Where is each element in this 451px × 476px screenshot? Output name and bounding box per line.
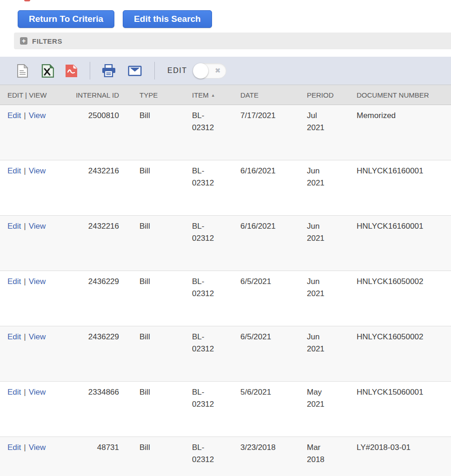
edit-link[interactable]: Edit [7, 388, 21, 397]
period-cell: Jun 2021 [307, 271, 357, 326]
period-cell: May 2021 [307, 382, 357, 436]
type-cell: Bill [119, 326, 192, 381]
link-separator: | [21, 277, 28, 286]
type-cell: Bill [119, 105, 192, 160]
link-separator: | [21, 222, 28, 231]
edit-view-cell: Edit|View [0, 271, 65, 326]
type-cell: Bill [119, 216, 192, 271]
sort-ascending-icon: ▲ [211, 93, 215, 98]
link-separator: | [21, 111, 28, 120]
date-cell: 7/17/2021 [240, 105, 307, 160]
date-cell: 6/16/2021 [240, 216, 307, 271]
edit-toggle[interactable]: ✖ [193, 63, 226, 79]
view-link[interactable]: View [29, 166, 46, 175]
return-to-criteria-button[interactable]: Return To Criteria [18, 10, 114, 28]
table-row: Edit|View 2432216 Bill BL-02312 6/16/202… [0, 160, 451, 216]
csv-export-icon[interactable] [17, 64, 28, 78]
edit-link[interactable]: Edit [7, 166, 21, 175]
period-cell: Jun 2021 [307, 160, 357, 215]
view-link[interactable]: View [29, 222, 46, 231]
expand-plus-icon[interactable]: + [20, 37, 27, 45]
document-number-cell: HNLYCK16160001 [357, 216, 451, 271]
item-cell: BL-02312 [192, 216, 240, 271]
item-cell: BL-02312 [192, 160, 240, 215]
document-number-cell: HNLYCK15060001 [357, 382, 451, 436]
edit-link[interactable]: Edit [7, 443, 21, 452]
pdf-export-icon[interactable] [65, 64, 78, 78]
type-cell: Bill [119, 271, 192, 326]
link-separator: | [21, 443, 28, 452]
table-row: Edit|View 48731 Bill BL-02312 3/23/2018 … [0, 437, 451, 476]
item-cell: BL-02312 [192, 437, 240, 476]
results-toolbar: EDIT ✖ [0, 57, 451, 85]
internal-id-cell: 2500810 [65, 105, 119, 160]
column-header-period[interactable]: PERIOD [307, 91, 357, 99]
table-row: Edit|View 2436229 Bill BL-02312 6/5/2021… [0, 271, 451, 326]
edit-link[interactable]: Edit [7, 277, 21, 286]
period-cell: Jul 2021 [307, 105, 357, 160]
view-link[interactable]: View [29, 443, 46, 452]
type-cell: Bill [119, 382, 192, 436]
internal-id-cell: 2432216 [65, 160, 119, 215]
table-header-row: EDIT | VIEW INTERNAL ID TYPE ITEM▲ DATE … [0, 85, 451, 105]
view-link[interactable]: View [29, 277, 46, 286]
edit-toggle-label: EDIT [167, 66, 187, 75]
period-cell: Jun 2021 [307, 326, 357, 381]
table-row: Edit|View 2334866 Bill BL-02312 5/6/2021… [0, 382, 451, 437]
column-header-type[interactable]: TYPE [119, 91, 192, 99]
link-separator: | [21, 166, 28, 175]
toggle-off-x-icon: ✖ [215, 66, 221, 75]
period-cell: Mar 2018 [307, 437, 357, 476]
date-cell: 6/5/2021 [240, 271, 307, 326]
filters-label: FILTERS [32, 37, 62, 45]
table-body: Edit|View 2500810 Bill BL-02312 7/17/202… [0, 105, 451, 476]
email-icon[interactable] [128, 66, 142, 76]
filters-bar[interactable]: + FILTERS [14, 33, 451, 49]
column-header-item[interactable]: ITEM▲ [192, 91, 240, 99]
column-header-date[interactable]: DATE [240, 91, 307, 99]
edit-this-search-button[interactable]: Edit this Search [123, 10, 212, 28]
print-icon[interactable] [102, 64, 116, 77]
document-number-cell: HNLYCK16050002 [357, 326, 451, 381]
edit-view-cell: Edit|View [0, 160, 65, 215]
edit-view-cell: Edit|View [0, 216, 65, 271]
item-cell: BL-02312 [192, 271, 240, 326]
date-cell: 6/5/2021 [240, 326, 307, 381]
column-header-edit-view: EDIT | VIEW [0, 91, 65, 99]
edit-view-cell: Edit|View [0, 105, 65, 160]
document-number-cell: HNLYCK16160001 [357, 160, 451, 215]
excel-export-icon[interactable] [41, 64, 54, 78]
view-link[interactable]: View [29, 332, 46, 341]
internal-id-cell: 48731 [65, 437, 119, 476]
view-link[interactable]: View [29, 388, 46, 397]
item-cell: BL-02312 [192, 326, 240, 381]
toolbar-divider [154, 62, 155, 79]
column-header-document-number[interactable]: DOCUMENT NUMBER [357, 91, 451, 99]
view-link[interactable]: View [29, 111, 46, 120]
table-row: Edit|View 2500810 Bill BL-02312 7/17/202… [0, 105, 451, 160]
type-cell: Bill [119, 437, 192, 476]
type-cell: Bill [119, 160, 192, 215]
internal-id-cell: 2436229 [65, 326, 119, 381]
toggle-knob[interactable] [193, 63, 208, 79]
edit-link[interactable]: Edit [7, 332, 21, 341]
document-number-cell: LY#2018-03-01 [357, 437, 451, 476]
internal-id-cell: 2436229 [65, 271, 119, 326]
date-cell: 6/16/2021 [240, 160, 307, 215]
table-row: Edit|View 2436229 Bill BL-02312 6/5/2021… [0, 326, 451, 382]
document-number-cell: Memorized [357, 105, 451, 160]
period-cell: Jun 2021 [307, 216, 357, 271]
edit-view-cell: Edit|View [0, 326, 65, 381]
item-cell: BL-02312 [192, 382, 240, 436]
edit-link[interactable]: Edit [7, 111, 21, 120]
edit-link[interactable]: Edit [7, 222, 21, 231]
link-separator: | [21, 332, 28, 341]
date-cell: 5/6/2021 [240, 382, 307, 436]
cutoff-icon-fragment [24, 0, 30, 1]
internal-id-cell: 2432216 [65, 216, 119, 271]
toolbar-divider [90, 62, 90, 79]
column-header-internal-id[interactable]: INTERNAL ID [65, 91, 119, 99]
date-cell: 3/23/2018 [240, 437, 307, 476]
edit-view-cell: Edit|View [0, 437, 65, 476]
edit-view-cell: Edit|View [0, 382, 65, 436]
